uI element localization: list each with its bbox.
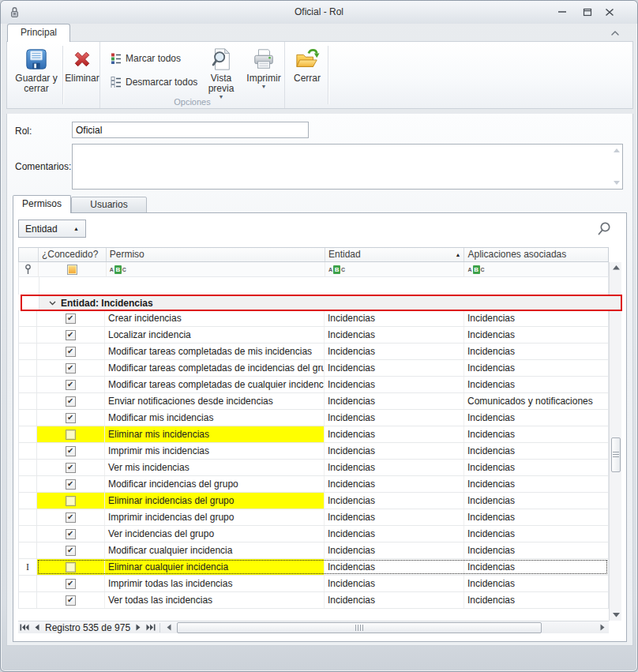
table-row[interactable]: Ver mis incidencias Incidencias Incidenc… [19,460,608,476]
table-row[interactable]: Modificar tareas completadas de mis inci… [19,344,608,360]
column-header-concedido[interactable]: ¿Concedido? [39,248,107,261]
concedido-cell[interactable] [37,426,105,442]
entidad-cell[interactable]: Incidencias [325,460,464,475]
entidad-cell[interactable]: Incidencias [325,310,464,326]
minimize-button[interactable] [554,6,571,18]
vertical-scrollbar[interactable] [609,262,621,621]
entidad-cell[interactable]: Incidencias [325,559,464,575]
group-by-entidad-button[interactable]: Entidad ▲ [18,220,86,238]
entidad-cell[interactable]: Incidencias [325,509,464,525]
filter-input-permiso[interactable]: ABC [107,262,325,276]
search-button[interactable] [595,220,614,238]
filter-checkbox-concedido[interactable] [39,262,107,276]
comments-input[interactable] [73,145,622,189]
ribbon-tab-principal[interactable]: Principal [7,24,70,42]
aplicaciones-cell[interactable]: Incidencias [464,592,608,608]
entidad-cell[interactable]: Incidencias [325,377,464,392]
aplicaciones-cell[interactable]: Incidencias [464,493,608,509]
table-row[interactable]: Modificar mis incidencias Incidencias In… [19,410,608,426]
concedido-cell[interactable] [37,509,105,525]
column-header-entidad[interactable]: Entidad▲ [325,248,465,261]
permiso-cell[interactable]: Modificar incidencias del grupo [105,476,325,492]
permiso-cell[interactable]: Imprimir mis incidencias [105,443,325,459]
permiso-cell[interactable]: Imprimir incidencias del grupo [105,509,325,525]
table-row[interactable]: Modificar tareas completadas de cualquie… [19,377,608,393]
aplicaciones-cell[interactable]: Incidencias [464,377,608,392]
ribbon-collapse-button[interactable] [609,28,621,39]
entidad-cell[interactable]: Incidencias [325,493,464,509]
unmark-all-button[interactable]: Desmarcar todos [111,73,197,91]
vertical-scroll-thumb[interactable] [611,437,621,472]
table-row[interactable]: Modificar cualquier incidencia Incidenci… [19,542,608,559]
permiso-cell[interactable]: Modificar tareas completadas de mis inci… [105,344,325,359]
table-row[interactable]: Imprimir mis incidencias Incidencias Inc… [19,443,608,460]
concedido-cell[interactable] [37,559,105,575]
table-row[interactable]: I Eliminar cualquier incidencia Incidenc… [19,559,608,576]
concedido-cell[interactable] [37,360,105,376]
permiso-cell[interactable]: Modificar mis incidencias [105,410,325,426]
collapse-group-icon[interactable] [49,301,56,306]
aplicaciones-cell[interactable]: Incidencias [464,559,608,575]
close-button[interactable]: Cerrar [288,45,326,107]
table-row[interactable]: Modificar tareas completadas de incidenc… [19,360,608,377]
entidad-cell[interactable]: Incidencias [325,443,464,459]
permiso-cell[interactable]: Eliminar cualquier incidencia [105,559,325,575]
save-and-close-button[interactable]: Guardar y cerrar [13,45,59,107]
table-row[interactable]: Imprimir todas las incidencias Incidenci… [19,576,608,592]
scroll-down-icon[interactable] [610,610,622,621]
entidad-cell[interactable]: Incidencias [325,360,464,376]
permiso-cell[interactable]: Ver incidencias del grupo [105,526,325,542]
permiso-cell[interactable]: Ver mis incidencias [105,460,325,475]
last-record-button[interactable] [144,622,157,633]
permiso-cell[interactable]: Eliminar incidencias del grupo [105,493,325,509]
entidad-cell[interactable]: Incidencias [325,327,464,343]
column-header-aplicaciones[interactable]: Aplicaciones asociadas [464,248,608,261]
aplicaciones-cell[interactable]: Incidencias [464,360,608,376]
table-row[interactable]: Localizar incidencia Incidencias Inciden… [19,327,608,344]
table-row[interactable]: Ver todas las incidencias Incidencias In… [19,592,608,609]
aplicaciones-cell[interactable]: Comunicados y notificaciones [464,393,608,409]
concedido-cell[interactable] [37,377,105,392]
delete-button[interactable]: Eliminar [64,45,100,107]
concedido-cell[interactable] [37,493,105,509]
aplicaciones-cell[interactable]: Incidencias [464,426,608,442]
entidad-cell[interactable]: Incidencias [325,344,464,359]
permiso-cell[interactable]: Eliminar mis incidencias [105,426,325,442]
concedido-cell[interactable] [37,327,105,343]
permiso-cell[interactable]: Modificar cualquier incidencia [105,542,325,558]
restore-button[interactable] [579,6,596,18]
table-row[interactable]: Modificar incidencias del grupo Incidenc… [19,476,608,493]
hscroll-right-icon[interactable] [596,622,609,633]
table-row[interactable]: Ver incidencias del grupo Incidencias In… [19,526,608,542]
permiso-cell[interactable]: Modificar tareas completadas de cualquie… [105,377,325,392]
aplicaciones-cell[interactable]: Incidencias [464,327,608,343]
previous-record-button[interactable] [31,622,43,633]
entidad-cell[interactable]: Incidencias [325,592,464,608]
aplicaciones-cell[interactable]: Incidencias [464,410,608,426]
group-row-entidad-incidencias[interactable]: Entidad: Incidencias [21,295,622,311]
scroll-up-icon[interactable] [614,148,620,152]
entidad-cell[interactable]: Incidencias [325,576,464,591]
concedido-cell[interactable] [37,576,105,591]
filter-input-aplicaciones[interactable]: ABC [464,262,608,276]
concedido-cell[interactable] [37,344,105,359]
entidad-cell[interactable]: Incidencias [325,476,464,492]
table-row[interactable]: Imprimir incidencias del grupo Incidenci… [19,509,608,526]
permiso-cell[interactable]: Enviar notificaciones desde incidencias [105,393,325,409]
filter-input-entidad[interactable]: ABC [325,262,465,276]
entidad-cell[interactable]: Incidencias [325,426,464,442]
entidad-cell[interactable]: Incidencias [325,393,464,409]
hscroll-left-icon[interactable] [163,622,175,633]
aplicaciones-cell[interactable]: Incidencias [464,576,608,591]
aplicaciones-cell[interactable]: Incidencias [464,460,608,475]
mark-all-button[interactable]: Marcar todos [111,50,181,67]
aplicaciones-cell[interactable]: Incidencias [464,443,608,459]
aplicaciones-cell[interactable]: Incidencias [464,310,608,326]
concedido-cell[interactable] [37,592,105,608]
concedido-cell[interactable] [37,393,105,409]
entidad-cell[interactable]: Incidencias [325,542,464,558]
permiso-cell[interactable]: Imprimir todas las incidencias [105,576,325,591]
aplicaciones-cell[interactable]: Incidencias [464,476,608,492]
permiso-cell[interactable]: Ver todas las incidencias [105,592,325,608]
permiso-cell[interactable]: Localizar incidencia [105,327,325,343]
